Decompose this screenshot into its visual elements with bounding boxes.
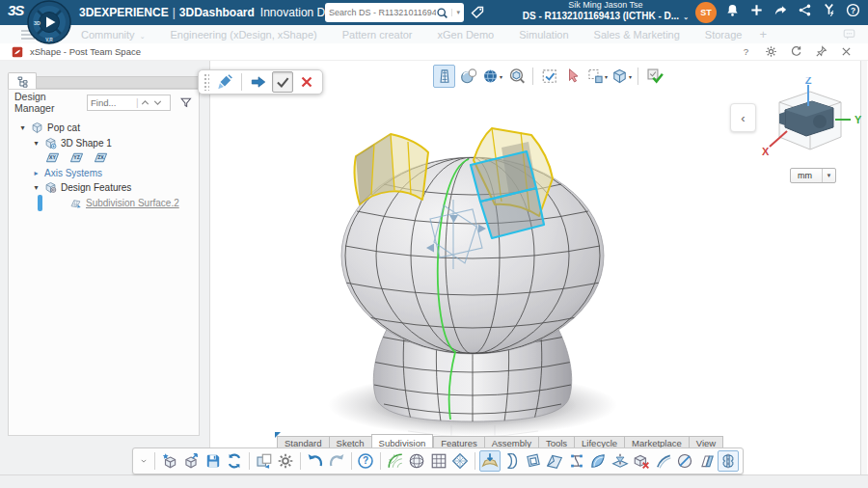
collapse-caret-icon[interactable]: ▾ xyxy=(18,123,27,132)
chat-icon[interactable] xyxy=(842,28,856,41)
subdivision-display-button[interactable] xyxy=(433,65,455,88)
pin-button[interactable] xyxy=(815,45,827,58)
help-button[interactable]: ? xyxy=(846,3,860,17)
mesh-primitive-button[interactable] xyxy=(450,450,471,472)
help-button[interactable]: ? xyxy=(740,45,752,58)
tree-row-pop-cat[interactable]: ▾Pop cat xyxy=(9,121,199,136)
dashboard-tab-simulation[interactable]: Simulation xyxy=(519,29,568,41)
dashboard-tab-engineering-xdesign-xshape-[interactable]: Engineering (xDesign, xShape) xyxy=(171,29,317,41)
frame-face-button[interactable] xyxy=(523,450,543,472)
collapse-caret-icon[interactable]: ▾ xyxy=(32,183,41,192)
drag-handle[interactable] xyxy=(203,73,209,91)
units-dropdown[interactable]: mm ▼ xyxy=(790,168,836,183)
box-primitive-button[interactable] xyxy=(428,450,448,472)
fold-face-button[interactable] xyxy=(545,450,565,472)
user-caret-icon[interactable]: ⌄ xyxy=(683,14,689,20)
tree-row-design-features[interactable]: ▾Design Features xyxy=(9,180,199,196)
save-button[interactable] xyxy=(203,450,223,472)
dropdown-caret-icon[interactable]: ▾ xyxy=(605,73,608,80)
transform-tool-button[interactable] xyxy=(562,65,584,88)
tree-row-planes[interactable]: XYYZZX xyxy=(9,150,199,166)
search-icon[interactable] xyxy=(436,7,448,19)
compass-button[interactable]: 3D V,R xyxy=(27,0,71,44)
cancel-button[interactable] xyxy=(296,71,317,93)
find-next-icon[interactable] xyxy=(151,96,164,109)
options-button[interactable] xyxy=(275,450,295,472)
shading-mode-button[interactable] xyxy=(457,65,479,88)
find-input[interactable] xyxy=(88,97,136,108)
continue-button[interactable] xyxy=(248,71,269,93)
share-button[interactable] xyxy=(798,3,812,17)
sphere-primitive-button[interactable] xyxy=(407,450,427,472)
shell-surface-button[interactable] xyxy=(588,450,609,472)
delete-face-button[interactable] xyxy=(632,450,652,472)
search-options-caret[interactable]: ▾ xyxy=(451,9,460,16)
symmetry-button[interactable] xyxy=(718,450,738,472)
bend-surface-button[interactable] xyxy=(502,450,522,472)
dashboard-tab-storage[interactable]: Storage xyxy=(705,29,743,41)
tree-row-subdivision-surface-2[interactable]: Subdivision Surface.2 xyxy=(9,196,199,211)
tree-row-3d-shape-1[interactable]: ▾3D Shape 1 xyxy=(9,136,199,151)
open-content-button[interactable] xyxy=(180,450,201,472)
add-tab-button[interactable]: + xyxy=(759,27,767,41)
bridge-faces-button[interactable] xyxy=(566,450,586,472)
swym-button[interactable] xyxy=(822,3,836,17)
tree-label[interactable]: Design Features xyxy=(61,182,131,193)
offset-planes-button[interactable] xyxy=(696,450,717,472)
modify-surface-button[interactable] xyxy=(479,450,500,472)
refresh-data-button[interactable] xyxy=(224,450,244,472)
zoom-area-button[interactable] xyxy=(505,65,528,88)
tag-icon[interactable] xyxy=(470,5,485,20)
preferences-button[interactable] xyxy=(765,45,777,58)
import-export-button[interactable] xyxy=(254,450,274,472)
planezx-icon[interactable]: ZX xyxy=(94,150,108,165)
expand-caret-icon[interactable]: ▸ xyxy=(32,169,41,177)
view-orientation-button[interactable]: ▾ xyxy=(610,65,633,88)
surface-grid-button[interactable] xyxy=(385,450,405,472)
accept-button[interactable] xyxy=(272,71,293,93)
split-face-button[interactable] xyxy=(610,450,630,472)
tree-label[interactable]: Subdivision Surface.2 xyxy=(86,198,179,208)
dropdown-caret-icon[interactable]: ▾ xyxy=(500,73,502,80)
crease-edge-button[interactable] xyxy=(653,450,673,472)
dropdown-caret-icon[interactable]: ▾ xyxy=(629,73,632,80)
units-caret-icon[interactable]: ▼ xyxy=(822,169,835,182)
toolbar-expand-button[interactable] xyxy=(137,450,150,472)
search-input[interactable] xyxy=(329,8,436,17)
user-menu[interactable]: Sik Ming Jason Tse DS - R1132101169413 (… xyxy=(523,1,689,21)
selection-mode-button[interactable]: ▾ xyxy=(586,65,609,88)
tab-caret-icon[interactable]: ⌄ xyxy=(140,33,146,40)
dashboard-tab-xgen-demo[interactable]: xGen Demo xyxy=(438,29,495,41)
render-style-button[interactable]: ▾ xyxy=(481,65,503,88)
update-view-button[interactable] xyxy=(538,65,560,88)
new-content-button[interactable] xyxy=(159,450,179,472)
view-cube[interactable]: Z Y X xyxy=(750,77,864,176)
collapse-caret-icon[interactable]: ▾ xyxy=(32,139,41,148)
tree-label[interactable]: Pop cat xyxy=(47,122,80,133)
planeyz-icon[interactable]: YZ xyxy=(69,150,84,165)
filter-icon[interactable] xyxy=(179,95,193,110)
notifications-button[interactable] xyxy=(725,3,740,17)
redo-button[interactable] xyxy=(326,450,346,472)
planexy-icon[interactable]: XY xyxy=(45,150,60,165)
tree-label[interactable]: Axis Systems xyxy=(44,168,102,178)
tree-tab[interactable] xyxy=(8,72,37,89)
find-box[interactable]: | xyxy=(87,95,171,111)
close-button[interactable] xyxy=(840,45,853,58)
validate-button[interactable] xyxy=(643,65,665,88)
share-forward-button[interactable] xyxy=(773,3,788,17)
search-box[interactable]: ▾ xyxy=(325,3,464,22)
dashboard-tab-sales-marketing[interactable]: Sales & Marketing xyxy=(594,29,680,41)
dashboard-tab-pattern-creator[interactable]: Pattern creator xyxy=(342,29,413,41)
find-previous-icon[interactable] xyxy=(139,96,151,109)
add-content-button[interactable] xyxy=(749,3,764,17)
project-curve-button[interactable] xyxy=(674,450,694,472)
avatar[interactable]: ST xyxy=(695,2,717,23)
dashboard-tab-community[interactable]: Community⌄ xyxy=(81,29,146,41)
help-button[interactable]: ? xyxy=(356,450,376,472)
undo-button[interactable] xyxy=(305,450,325,472)
reload-button[interactable] xyxy=(790,45,802,58)
clean-history-button[interactable] xyxy=(214,71,235,93)
tree-row-axis-systems[interactable]: ▸Axis Systems xyxy=(9,166,199,181)
tree-label[interactable]: 3D Shape 1 xyxy=(61,138,112,149)
